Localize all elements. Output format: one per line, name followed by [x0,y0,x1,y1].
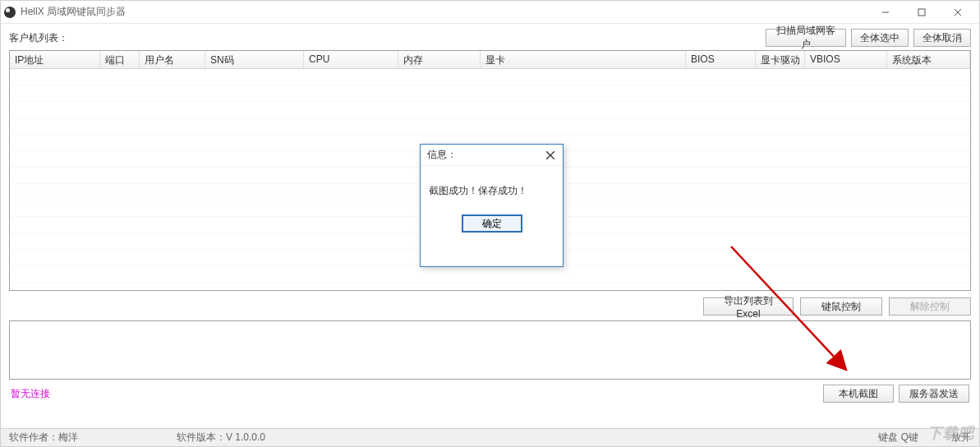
dialog-close-button[interactable] [543,148,558,163]
scan-lan-button[interactable]: 扫描局域网客户 [766,29,846,47]
dialog-titlebar: 信息： [421,145,563,166]
col-user[interactable]: 用户名 [140,51,205,68]
select-all-button[interactable]: 全体选中 [851,29,909,47]
dialog-ok-button[interactable]: 确定 [462,214,522,233]
dialog-message: 截图成功！保存成功！ [421,166,563,206]
table-header: IP地址 端口 用户名 SN码 CPU 内存 显卡 BIOS 显卡驱动 VBIO… [10,51,970,69]
top-row: 客户机列表： 扫描局域网客户 全体选中 全体取消 [9,29,971,47]
local-screenshot-button[interactable]: 本机截图 [823,385,894,403]
col-mem[interactable]: 内存 [398,51,481,68]
col-os[interactable]: 系统版本 [887,51,970,68]
top-button-group: 扫描局域网客户 全体选中 全体取消 [766,29,971,47]
author-label: 软件作者：梅洋 [9,431,78,445]
statusbar: 软件作者：梅洋 软件版本：V 1.0.0.0 键盘 Q键 放开 [1,428,979,446]
dialog-title: 信息： [427,148,457,162]
deselect-all-button[interactable]: 全体取消 [913,29,971,47]
dialog-footer: 确定 [421,206,563,242]
km-control-button[interactable]: 键鼠控制 [800,297,882,316]
maximize-button[interactable] [904,2,940,23]
log-area[interactable] [9,320,971,380]
col-ip[interactable]: IP地址 [10,51,100,68]
window-title: HellX 局域网键鼠同步器 [21,5,867,19]
col-port[interactable]: 端口 [100,51,140,68]
col-bios[interactable]: BIOS [686,51,756,68]
bottom-button-group: 本机截图 服务器发送 [823,385,969,403]
window-controls [867,2,976,23]
server-send-button[interactable]: 服务器发送 [899,385,969,403]
close-icon [546,151,554,159]
client-list-label: 客户机列表： [9,31,68,45]
info-dialog: 信息： 截图成功！保存成功！ 确定 [420,144,564,267]
mid-action-row: 导出列表到Excel 键鼠控制 解除控制 [9,297,971,316]
release-control-button[interactable]: 解除控制 [889,297,971,316]
titlebar: HellX 局域网键鼠同步器 [1,1,979,24]
statusbar-left: 软件作者：梅洋 软件版本：V 1.0.0.0 [9,431,265,445]
bottom-row: 暂无连接 本机截图 服务器发送 [9,385,971,403]
connection-status: 暂无连接 [11,387,50,401]
col-gpu-driver[interactable]: 显卡驱动 [756,51,805,68]
close-button[interactable] [940,2,976,23]
watermark-text: 下载吧 [927,423,974,443]
close-icon [954,8,962,16]
svg-rect-1 [918,9,925,16]
col-vbios[interactable]: VBIOS [805,51,887,68]
keyboard-label: 键盘 Q键 [878,431,918,445]
version-label: 软件版本：V 1.0.0.0 [177,431,265,445]
col-cpu[interactable]: CPU [304,51,398,68]
app-icon [4,7,16,18]
maximize-icon [918,8,926,16]
col-sn[interactable]: SN码 [205,51,304,68]
minimize-button[interactable] [867,2,904,23]
col-gpu[interactable]: 显卡 [481,51,686,68]
minimize-icon [881,8,890,16]
export-excel-button[interactable]: 导出列表到Excel [703,297,794,316]
